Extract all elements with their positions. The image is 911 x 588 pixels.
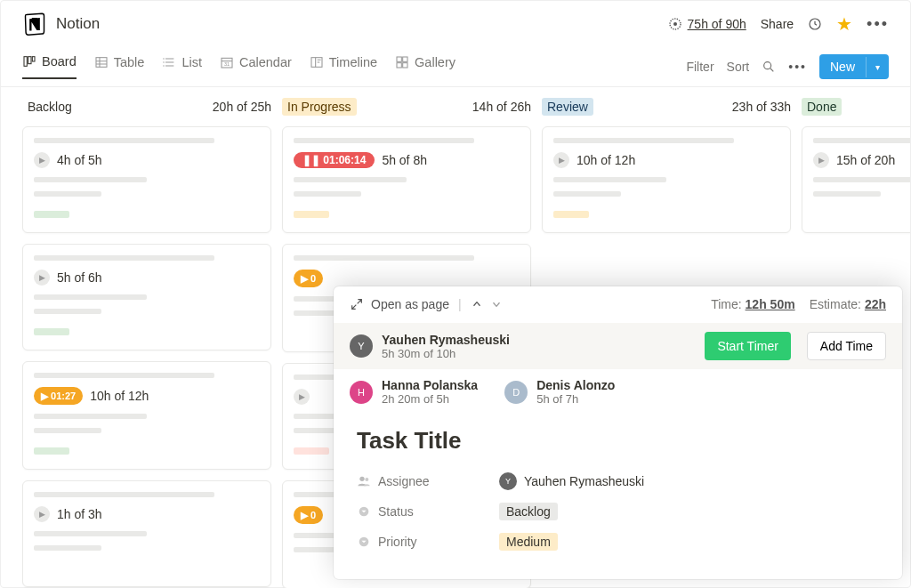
sort-button[interactable]: Sort: [727, 60, 750, 74]
svg-point-19: [365, 478, 368, 481]
clock-icon[interactable]: [808, 17, 822, 31]
tag: [34, 565, 69, 572]
prop-assignee[interactable]: Assignee YYauhen Rymasheuski: [357, 472, 879, 490]
table-icon: [94, 55, 109, 69]
task-panel: Open as page | Time: 12h 50m Estimate: 2…: [334, 286, 902, 579]
assignee-secondary-row: H Hanna Polanska 2h 20m of 5h D Denis Al…: [334, 369, 902, 415]
card-time: 4h of 5h: [57, 153, 102, 167]
svg-point-1: [673, 22, 677, 26]
svg-point-8: [164, 61, 165, 62]
prop-priority[interactable]: Priority Medium: [357, 533, 879, 551]
play-button[interactable]: ▶: [34, 270, 50, 286]
svg-rect-3: [24, 57, 27, 67]
view-table[interactable]: Table: [94, 54, 145, 79]
avatar: D: [504, 381, 528, 404]
play-button[interactable]: ▶ 0: [294, 270, 323, 287]
card-time: 5h of 6h: [57, 270, 102, 285]
svg-rect-6: [96, 58, 107, 68]
open-as-page-button[interactable]: Open as page: [350, 297, 449, 311]
tag: [34, 447, 69, 455]
time-stat[interactable]: Time: 12h 50m: [711, 297, 794, 311]
svg-rect-12: [311, 58, 322, 68]
task-card[interactable]: ▶ 01:2710h of 12h: [22, 361, 271, 470]
header: Notion 75h of 90h Share ★ •••: [1, 1, 910, 47]
tag: [34, 328, 69, 335]
more-icon[interactable]: •••: [867, 15, 889, 34]
tag: [813, 211, 849, 218]
start-timer-button[interactable]: Start Timer: [705, 332, 790, 360]
assignee-name: Yauhen Rymasheuski: [382, 333, 510, 347]
svg-rect-5: [32, 57, 35, 61]
new-button[interactable]: New ▾: [819, 54, 889, 79]
task-card[interactable]: ▶1h of 3h: [22, 480, 271, 587]
play-button[interactable]: ▶ 01:27: [34, 387, 83, 405]
column-name: Done: [802, 98, 842, 116]
view-timeline[interactable]: Timeline: [310, 54, 377, 79]
card-time: 10h of 12h: [90, 389, 149, 403]
chevron-down-icon[interactable]: ▾: [866, 57, 889, 77]
priority-icon: [357, 535, 371, 549]
share-link[interactable]: Share: [761, 17, 794, 31]
svg-rect-16: [403, 63, 407, 68]
svg-rect-13: [397, 57, 401, 61]
star-icon[interactable]: ★: [836, 13, 852, 35]
task-card[interactable]: ▶10h of 12h: [542, 126, 791, 233]
task-card[interactable]: ❚❚ 01:06:145h of 8h: [282, 126, 531, 233]
next-chevron-icon[interactable]: [490, 298, 503, 310]
notion-logo-icon: [22, 12, 47, 36]
avatar: Y: [350, 334, 373, 358]
task-title[interactable]: Task Title: [357, 427, 879, 455]
gallery-icon: [395, 55, 409, 69]
play-button[interactable]: ▶ 0: [294, 506, 323, 524]
assignee-name: Denis Alonzo: [536, 378, 615, 392]
view-board[interactable]: Board: [22, 54, 77, 79]
avatar: Y: [499, 472, 517, 490]
toolbar: Board Table List 31Calendar Timeline Gal…: [1, 47, 910, 87]
column-name: Backlog: [22, 98, 77, 116]
play-button[interactable]: ▶: [553, 152, 569, 168]
time-summary[interactable]: 75h of 90h: [668, 17, 746, 31]
list-icon: [162, 55, 176, 69]
expand-icon: [350, 297, 364, 311]
view-calendar[interactable]: 31Calendar: [220, 54, 292, 79]
timer-pill[interactable]: ❚❚ 01:06:14: [294, 152, 375, 168]
play-button[interactable]: ▶: [813, 152, 829, 168]
filter-button[interactable]: Filter: [686, 60, 713, 74]
assignee-time: 5h of 7h: [536, 392, 615, 406]
play-button[interactable]: ▶: [294, 389, 310, 405]
search-icon[interactable]: [762, 60, 776, 74]
task-card[interactable]: ▶4h of 5h: [22, 126, 271, 233]
task-card[interactable]: ▶15h of 20h: [802, 126, 910, 233]
prop-status[interactable]: Status Backlog: [357, 503, 879, 520]
estimate-stat[interactable]: Estimate: 22h: [810, 297, 886, 311]
board-column: Backlog20h of 25h▶4h of 5h▶5h of 6h▶ 01:…: [22, 98, 271, 588]
status-icon: [357, 504, 371, 519]
timeline-icon: [310, 55, 324, 69]
tag: [294, 330, 329, 337]
tag: [294, 447, 329, 455]
avatar: H: [350, 381, 373, 404]
prev-chevron-icon[interactable]: [471, 298, 483, 310]
play-button[interactable]: ▶: [34, 152, 50, 168]
card-time: 10h of 12h: [576, 153, 635, 167]
column-time: 20h of 25h: [213, 100, 271, 114]
toolbar-more-icon[interactable]: •••: [788, 60, 807, 74]
svg-point-17: [764, 62, 771, 69]
view-gallery[interactable]: Gallery: [395, 54, 456, 79]
task-card[interactable]: ▶5h of 6h: [22, 244, 271, 350]
tag: [294, 211, 329, 218]
svg-rect-14: [403, 57, 407, 61]
assignee-primary-row: Y Yauhen Rymasheuski 5h 30m of 10h Start…: [334, 323, 902, 369]
board-icon: [22, 54, 36, 68]
svg-text:31: 31: [224, 61, 230, 67]
svg-rect-4: [28, 57, 31, 64]
calendar-icon: 31: [220, 55, 234, 69]
svg-point-18: [359, 477, 364, 481]
svg-point-7: [164, 58, 165, 59]
add-time-button[interactable]: Add Time: [807, 332, 886, 360]
view-list[interactable]: List: [162, 54, 202, 79]
timer-icon: [668, 17, 682, 31]
play-button[interactable]: ▶: [34, 506, 50, 522]
app-title: Notion: [56, 15, 100, 33]
card-time: 15h of 20h: [836, 153, 895, 167]
